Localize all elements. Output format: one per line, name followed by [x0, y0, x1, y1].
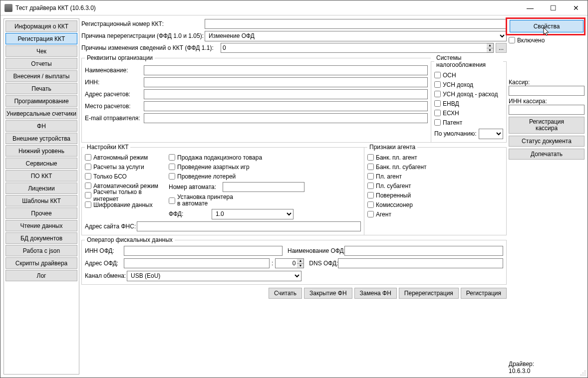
ofd-channel-select[interactable]: USB (EoU)	[127, 271, 301, 281]
cashier-inn-input[interactable]	[509, 105, 585, 115]
sidebar-item-1[interactable]: Регистрация ККТ	[5, 33, 77, 44]
tax-default-select[interactable]	[479, 129, 504, 139]
tax-checkbox-2[interactable]: УСН доход - расход	[434, 89, 503, 99]
org-email-label: E-mail отправителя:	[85, 115, 141, 122]
reprint-button[interactable]: Допечатать	[509, 149, 585, 160]
sidebar-item-8[interactable]: ФН	[5, 120, 77, 132]
tax-checkbox-3[interactable]: ЕНВД	[434, 99, 503, 108]
rereg-reason-label: Причина перерегистрации (ФФД 1.0 и 1.05)…	[81, 32, 203, 39]
sidebar-item-9[interactable]: Внешние устройства	[5, 133, 77, 144]
action-button-1[interactable]: Закрытие ФН	[304, 288, 352, 299]
resize-grip-icon[interactable]	[580, 370, 587, 377]
ofd-port-input[interactable]	[275, 258, 297, 268]
agent-checkbox-0[interactable]: Банк. пл. агент	[367, 153, 503, 162]
sidebar-item-13[interactable]: Лицензии	[5, 183, 77, 194]
printer-in-auto-checkbox[interactable]: Установка принтерав автомате	[169, 192, 361, 208]
action-button-4[interactable]: Регистрация	[461, 288, 507, 299]
ofd-fieldset: Оператор фискальных данных ИНН ОФД: Наим…	[81, 236, 507, 285]
auto-number-input[interactable]	[223, 182, 304, 192]
agent-checkbox-1[interactable]: Банк. пл. субагент	[367, 162, 503, 172]
kkt-col1-checkbox-0[interactable]: Автономный режим	[85, 153, 164, 162]
ofd-port-spinner[interactable]: ▲▼	[297, 258, 304, 268]
agent-checkbox-5[interactable]: Комиссионер	[367, 200, 503, 209]
ofd-dns-input[interactable]	[338, 258, 503, 268]
sidebar-item-12[interactable]: ПО ККТ	[5, 170, 77, 182]
reg-number-input[interactable]	[205, 19, 507, 29]
org-payaddr-label: Адрес расчетов:	[85, 91, 141, 98]
titlebar: Тест драйвера ККТ (10.6.3.0) — ☐ ✕	[0, 0, 588, 15]
fns-addr-label: Адрес сайта ФНС:	[85, 223, 135, 230]
sidebar-item-14[interactable]: Шаблоны ККТ	[5, 195, 77, 206]
tax-checkbox-5[interactable]: Патент	[434, 118, 503, 127]
sidebar-item-17[interactable]: БД документов	[5, 232, 77, 244]
cashier-input[interactable]	[509, 86, 585, 96]
kkt-col1-checkbox-5[interactable]: Шифрование данных	[85, 200, 164, 209]
ofd-inn-label: ИНН ОФД:	[85, 247, 122, 254]
ofd-name-input[interactable]	[344, 246, 503, 256]
org-payaddr-input[interactable]	[144, 89, 428, 99]
fns-addr-input[interactable]	[137, 221, 361, 231]
sidebar-item-15[interactable]: Прочее	[5, 207, 77, 219]
maximize-button[interactable]: ☐	[542, 0, 565, 15]
org-inn-input[interactable]	[144, 77, 428, 87]
sidebar-item-19[interactable]: Скрипты драйвера	[5, 257, 77, 269]
sidebar-item-16[interactable]: Чтение данных	[5, 220, 77, 231]
ofd-channel-label: Канал обмена:	[85, 272, 125, 279]
cashier-inn-label: ИНН кассира:	[509, 98, 547, 105]
minimize-button[interactable]: —	[519, 0, 542, 15]
agent-legend: Признаки агента	[367, 144, 417, 151]
sidebar-item-18[interactable]: Работа с json	[5, 245, 77, 256]
change-info-input[interactable]	[221, 43, 487, 53]
sidebar-item-10[interactable]: Нижний уровень	[5, 145, 77, 157]
kkt-col1-checkbox-4[interactable]: Расчеты только в интернет	[85, 190, 164, 200]
agent-checkbox-2[interactable]: Пл. агент	[367, 172, 503, 181]
main-panel: Регистрационный номер ККТ: Причина перер…	[81, 18, 507, 375]
org-fieldset: Реквизиты организации Наименование: ИНН:…	[81, 54, 431, 143]
kkt-col1-checkbox-1[interactable]: Расчеты за услуги	[85, 162, 164, 172]
close-button[interactable]: ✕	[565, 0, 588, 15]
right-panel: Свойства Включено Кассир: ИНН кассира: Р…	[509, 18, 585, 375]
ffd-select[interactable]: 1.0	[212, 209, 294, 219]
sidebar-item-7[interactable]: Универсальные счетчики	[5, 108, 77, 119]
org-legend: Реквизиты организации	[85, 54, 155, 61]
agent-checkbox-4[interactable]: Поверенный	[367, 190, 503, 200]
change-info-more-button[interactable]: ...	[496, 43, 507, 53]
sidebar-item-20[interactable]: Лог	[5, 270, 77, 281]
change-info-spinner[interactable]: ▲▼	[487, 43, 494, 53]
org-name-input[interactable]	[144, 65, 428, 75]
tax-checkbox-1[interactable]: УСН доход	[434, 80, 503, 89]
action-button-3[interactable]: Перерегистрация	[399, 288, 459, 299]
kkt-col2-checkbox-0[interactable]: Продажа подакцизного товара	[169, 153, 361, 162]
sidebar-item-3[interactable]: Отчеты	[5, 58, 77, 69]
ofd-addr-input[interactable]	[124, 258, 270, 268]
rereg-reason-select[interactable]: Изменение ОФД	[205, 31, 507, 41]
ofd-inn-input[interactable]	[124, 246, 283, 256]
sidebar-item-0[interactable]: Информация о ККТ	[5, 20, 77, 32]
agent-checkbox-6[interactable]: Агент	[367, 209, 503, 219]
action-button-2[interactable]: Замена ФН	[354, 288, 397, 299]
sidebar-item-4[interactable]: Внесения / выплаты	[5, 70, 77, 82]
sidebar-item-11[interactable]: Сервисные	[5, 158, 77, 169]
org-email-input[interactable]	[144, 113, 428, 123]
org-payplace-input[interactable]	[144, 101, 428, 111]
sidebar-item-5[interactable]: Печать	[5, 83, 77, 94]
tax-checkbox-0[interactable]: ОСН	[434, 70, 503, 80]
kkt-col2-checkbox-1[interactable]: Проведение азартных игр	[169, 162, 361, 172]
agent-checkbox-3[interactable]: Пл. субагент	[367, 181, 503, 190]
ofd-name-label: Наименование ОФД:	[288, 247, 342, 254]
sidebar-item-6[interactable]: Программирование	[5, 95, 77, 107]
tax-fieldset: Системы налогообложения ОСНУСН доходУСН …	[431, 54, 507, 143]
action-button-0[interactable]: Считать	[269, 288, 302, 299]
properties-button[interactable]: Свойства	[510, 20, 584, 32]
register-cashier-button[interactable]: Регистрация кассира	[509, 117, 585, 134]
kkt-col2-checkbox-2[interactable]: Проведение лотерей	[169, 172, 361, 181]
sidebar-item-2[interactable]: Чек	[5, 45, 77, 57]
enabled-checkbox[interactable]: Включено	[509, 35, 585, 45]
org-name-label: Наименование:	[85, 67, 141, 74]
tax-legend: Системы налогообложения	[434, 54, 503, 68]
document-status-button[interactable]: Статус документа	[509, 136, 585, 147]
kkt-col1-checkbox-2[interactable]: Только БСО	[85, 172, 164, 181]
tax-checkbox-4[interactable]: ЕСХН	[434, 108, 503, 118]
tax-default-label: По умолчанию:	[434, 130, 477, 137]
svg-rect-0	[585, 371, 586, 372]
